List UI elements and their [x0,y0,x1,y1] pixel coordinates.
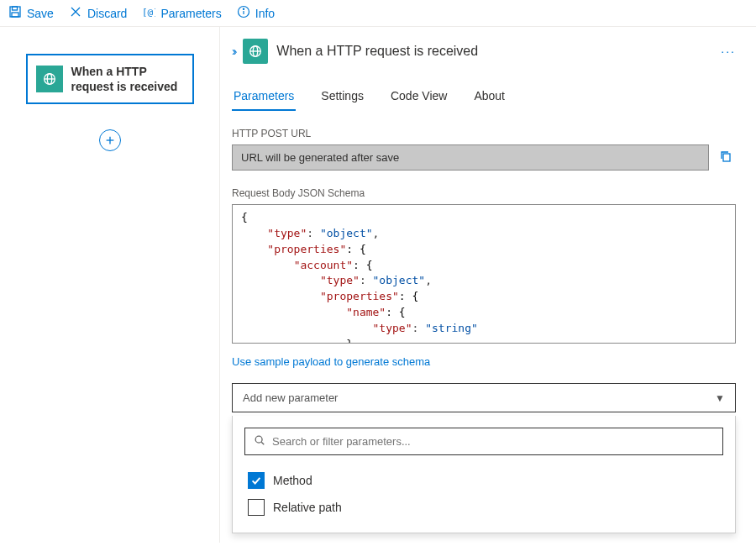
panel-title: When a HTTP request is received [276,44,712,59]
svg-point-18 [255,436,262,443]
trigger-label: When a HTTP request is received [71,64,184,94]
add-step-button[interactable] [99,129,121,151]
url-label: HTTP POST URL [232,128,736,139]
info-label: Info [255,7,275,20]
toolbar: Save Discard [@] Parameters Info [0,0,756,27]
details-panel: ›› When a HTTP request is received ··· P… [220,27,756,543]
parameter-search-box[interactable] [244,428,723,455]
save-icon [8,5,22,21]
param-option-label: Method [273,474,312,487]
collapse-panel-button[interactable]: ›› [232,45,234,58]
info-icon [237,5,250,21]
parameter-search-input[interactable] [272,435,714,448]
http-post-url-field: URL will be generated after save [232,144,709,171]
designer-canvas: When a HTTP request is received [0,27,220,543]
tab-parameters[interactable]: Parameters [232,82,296,111]
search-icon [254,434,265,449]
save-label: Save [27,7,54,20]
parameters-icon: [@] [142,5,155,21]
svg-rect-1 [13,7,18,10]
svg-point-8 [243,8,244,9]
http-trigger-icon [36,66,63,92]
checkbox[interactable] [248,499,265,516]
use-sample-payload-link[interactable]: Use sample payload to generate schema [232,355,430,368]
parameter-dropdown-panel: MethodRelative path [232,416,736,533]
svg-text:[@]: [@] [142,7,155,18]
close-icon [69,5,82,21]
tab-settings[interactable]: Settings [319,82,365,111]
http-trigger-icon [243,39,268,64]
tab-code-view[interactable]: Code View [389,82,449,111]
panel-tabs: Parameters Settings Code View About [232,82,736,111]
param-option[interactable]: Method [244,467,723,494]
parameters-label: Parameters [160,7,221,20]
schema-textarea[interactable]: { "type": "object", "properties": { "acc… [232,204,736,344]
parameters-button[interactable]: [@] Parameters [142,5,221,21]
svg-line-19 [261,442,264,444]
info-button[interactable]: Info [237,5,275,21]
discard-label: Discard [87,7,127,20]
svg-rect-2 [12,13,18,17]
discard-button[interactable]: Discard [69,5,127,21]
schema-label: Request Body JSON Schema [232,187,736,199]
save-button[interactable]: Save [8,5,54,21]
add-parameter-dropdown[interactable]: Add new parameter ▼ [232,383,736,412]
trigger-card[interactable]: When a HTTP request is received [26,54,194,104]
param-option-label: Relative path [273,501,342,514]
more-menu-button[interactable]: ··· [721,45,736,58]
checkbox[interactable] [248,472,265,489]
svg-rect-17 [723,154,730,161]
param-option[interactable]: Relative path [244,494,723,521]
add-parameter-label: Add new parameter [243,391,338,404]
copy-url-button[interactable] [716,146,736,169]
tab-about[interactable]: About [472,82,507,111]
chevron-down-icon: ▼ [715,392,725,404]
